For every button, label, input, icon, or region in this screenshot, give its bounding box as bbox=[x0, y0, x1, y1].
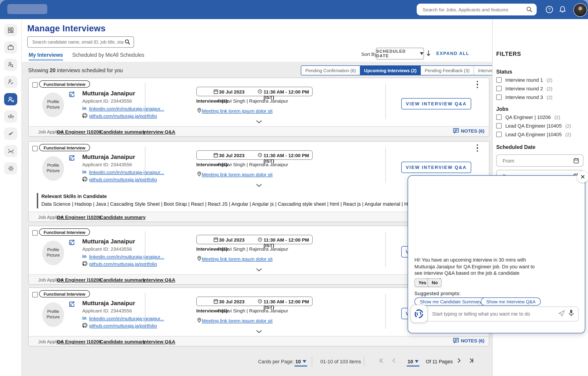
sidebar-item-dashboard[interactable] bbox=[4, 24, 17, 36]
meeting-link[interactable]: Meeting link lorem ipsum dolor sit bbox=[202, 318, 273, 323]
filter-row[interactable]: Interview round 3(2) bbox=[496, 94, 552, 100]
open-profile-icon[interactable] bbox=[69, 239, 75, 246]
global-search[interactable] bbox=[417, 4, 537, 15]
date-from-field[interactable] bbox=[496, 154, 583, 167]
send-icon[interactable] bbox=[558, 310, 565, 317]
checkbox[interactable] bbox=[496, 86, 502, 91]
view-interview-qa-button[interactable]: VIEW INTERVIEW Q&A bbox=[401, 98, 471, 109]
assistant-input[interactable] bbox=[431, 311, 538, 317]
candidate-summary-link[interactable]: Candidate summary bbox=[100, 339, 146, 344]
search-icon[interactable] bbox=[526, 6, 533, 13]
first-page-icon[interactable] bbox=[379, 358, 385, 363]
candidate-summary-link[interactable]: Candidate summary bbox=[100, 129, 146, 135]
meeting-link[interactable]: Meeting link lorem ipsum dolor sit bbox=[202, 108, 273, 114]
github-link[interactable]: github.com/mutturaja.ja/portfolio bbox=[89, 323, 157, 328]
checkbox[interactable] bbox=[496, 132, 502, 137]
sidebar-item-settings[interactable] bbox=[4, 162, 17, 174]
interview-qa-link[interactable]: Interview Q&A bbox=[143, 129, 175, 135]
candidate-search-input[interactable] bbox=[31, 39, 125, 45]
previous-page-icon[interactable] bbox=[391, 358, 397, 363]
tab-my-interviews[interactable]: My Interviews bbox=[29, 52, 63, 58]
expand-card-chevron-icon[interactable] bbox=[256, 183, 262, 187]
prompt-candidate-summary[interactable]: Show me Candidate Summary bbox=[414, 297, 487, 306]
job-applied-link[interactable]: QA Engineer |10206 bbox=[57, 277, 102, 282]
meeting-link[interactable]: Meeting link lorem ipsum dolor sit bbox=[202, 256, 273, 261]
checkbox[interactable] bbox=[496, 77, 502, 83]
chip-upcoming-interviews[interactable]: Upcoming Interviews (2) bbox=[360, 66, 421, 75]
sort-direction-icon[interactable] bbox=[425, 50, 432, 57]
sidebar-item-jobs[interactable] bbox=[4, 41, 17, 53]
github-link[interactable]: github.com/mutturaja.ja/portfolio bbox=[89, 113, 157, 118]
no-button[interactable]: No bbox=[428, 278, 442, 287]
sidebar-item-brand[interactable] bbox=[4, 128, 17, 140]
filter-row[interactable]: Interview round 1(2) bbox=[496, 77, 552, 83]
filter-row[interactable]: Interview round 2(2) bbox=[496, 86, 552, 91]
global-search-input[interactable] bbox=[422, 6, 526, 13]
notes-button[interactable]: NOTES (6) bbox=[453, 338, 484, 343]
cards-per-page-select[interactable]: 10 bbox=[295, 359, 306, 364]
filter-row[interactable]: Lead QA Engineer |10405(2) bbox=[496, 132, 571, 137]
user-avatar[interactable] bbox=[573, 3, 587, 17]
meeting-link[interactable]: Meeting link lorem ipsum dolor sit bbox=[202, 172, 273, 177]
prompt-interview-qa[interactable]: Show me Interview Q&A bbox=[481, 297, 541, 306]
candidate-summary-link[interactable]: Candidate summary bbox=[100, 214, 146, 220]
sort-dropdown[interactable]: SCHEDULED DATE bbox=[376, 48, 424, 60]
card-menu-kebab-icon[interactable] bbox=[477, 81, 479, 88]
sidebar-item-team[interactable] bbox=[4, 110, 17, 123]
candidate-summary-link[interactable]: Candidate summary bbox=[100, 277, 146, 282]
open-profile-icon[interactable] bbox=[69, 301, 75, 307]
open-profile-icon[interactable] bbox=[69, 91, 75, 98]
expand-all-button[interactable]: EXPAND ALL bbox=[436, 51, 470, 56]
card-checkbox[interactable] bbox=[32, 82, 38, 88]
github-link[interactable]: github.com/mutturaja.ja/portfolio bbox=[89, 261, 157, 267]
candidate-name[interactable]: Mutturaja Janaipur bbox=[82, 300, 135, 306]
close-icon[interactable]: ✕ bbox=[577, 171, 588, 183]
microphone-icon[interactable] bbox=[568, 309, 574, 317]
chip-pending-feedback[interactable]: Pending Feedback (3) bbox=[421, 66, 474, 75]
next-page-icon[interactable] bbox=[456, 358, 462, 363]
chip-pending-confirmation[interactable]: Pending Confirmation (6) bbox=[301, 66, 360, 75]
assistant-input-field[interactable] bbox=[418, 306, 579, 322]
card-checkbox[interactable] bbox=[32, 146, 38, 151]
linkedin-link[interactable]: linkedin.com/in/mutturaja-janaipur... bbox=[89, 254, 164, 259]
candidate-name[interactable]: Mutturaja Janaipur bbox=[82, 90, 135, 97]
last-page-icon[interactable] bbox=[469, 358, 474, 363]
job-applied-link[interactable]: QA Engineer |10206 bbox=[57, 129, 102, 135]
filter-row[interactable]: QA Engineer | 10206(2) bbox=[496, 115, 560, 120]
tab-all-schedules[interactable]: All Schedules bbox=[113, 52, 144, 58]
view-interview-qa-button[interactable]: VIEW INTERVIEW Q&A bbox=[401, 162, 471, 173]
interview-qa-link[interactable]: Interview Q&A bbox=[143, 339, 175, 344]
job-applied-link[interactable]: QA Engineer |10206 bbox=[57, 214, 102, 220]
candidate-name[interactable]: Mutturaja Janaipur bbox=[82, 238, 135, 245]
notifications-bell-icon[interactable] bbox=[558, 5, 567, 14]
date-from-input[interactable] bbox=[502, 157, 573, 164]
checkbox[interactable] bbox=[496, 123, 502, 128]
sidebar-item-interviews[interactable] bbox=[4, 93, 17, 105]
help-icon[interactable]: ? bbox=[545, 5, 554, 14]
checkbox[interactable] bbox=[496, 94, 502, 100]
expand-card-chevron-icon[interactable] bbox=[256, 330, 262, 333]
expand-card-chevron-icon[interactable] bbox=[256, 120, 262, 124]
sidebar-item-analytics[interactable] bbox=[4, 145, 17, 157]
interview-qa-link[interactable]: Interview Q&A bbox=[143, 277, 175, 282]
sidebar-item-candidate-approve[interactable] bbox=[4, 76, 17, 88]
sidebar-item-candidate-search[interactable] bbox=[4, 59, 17, 71]
expand-card-chevron-icon[interactable] bbox=[256, 268, 262, 272]
search-icon[interactable] bbox=[125, 39, 130, 45]
calendar-icon[interactable] bbox=[573, 157, 579, 164]
open-profile-icon[interactable] bbox=[69, 155, 75, 161]
filter-row[interactable]: Lead QA Engineer |10405(2) bbox=[496, 123, 571, 128]
page-select[interactable]: 10 bbox=[408, 359, 418, 364]
card-checkbox[interactable] bbox=[32, 292, 38, 297]
linkedin-link[interactable]: linkedin.com/in/mutturaja-janaipur... bbox=[89, 169, 164, 175]
card-menu-kebab-icon[interactable] bbox=[477, 144, 479, 152]
card-checkbox[interactable] bbox=[32, 230, 38, 236]
app-logo[interactable] bbox=[7, 4, 47, 14]
tab-scheduled-by-me[interactable]: Scheduled by Me bbox=[72, 52, 113, 58]
linkedin-link[interactable]: linkedin.com/in/mutturaja-janaipur... bbox=[89, 106, 164, 111]
github-link[interactable]: github.com/mutturaja.ja/portfolio bbox=[89, 177, 157, 182]
linkedin-link[interactable]: linkedin.com/in/mutturaja-janaipur... bbox=[89, 316, 164, 321]
notes-button[interactable]: NOTES (6) bbox=[453, 128, 484, 134]
checkbox[interactable] bbox=[496, 115, 502, 120]
candidate-search[interactable] bbox=[27, 36, 134, 48]
